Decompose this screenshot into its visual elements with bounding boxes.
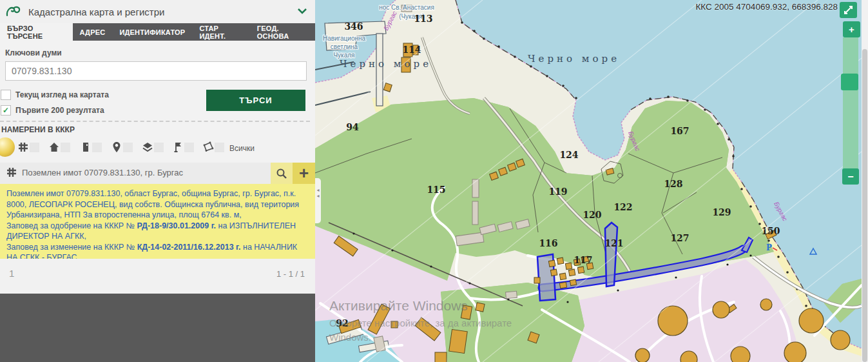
tab-geodetic-basis[interactable]: ГЕОД. ОСНОВА	[250, 23, 315, 41]
parcel-number: 94	[346, 122, 359, 132]
drag-sphere-icon[interactable]	[0, 137, 15, 157]
parcel-number: 114	[402, 45, 421, 55]
parcel-number: 117	[574, 255, 592, 265]
tab-old-identifier[interactable]: СТАР ИДЕНТ.	[192, 23, 249, 41]
first-200-checkbox[interactable]: ✓	[1, 105, 11, 116]
page-number[interactable]: 1	[9, 268, 14, 279]
panel-collapse-handle[interactable]: ◂◂	[315, 178, 321, 223]
windows-watermark-line3: Windows.	[329, 332, 371, 343]
search-sidebar: Кадастрална карта и регистри БЪРЗО ТЪРСЕ…	[0, 0, 315, 362]
divider	[0, 121, 310, 122]
tab-address[interactable]: АДРЕС	[73, 23, 113, 41]
parcel-number: 122	[613, 202, 632, 212]
sidebar-footer	[0, 294, 315, 362]
app-logo-icon	[5, 5, 22, 19]
tab-identifier[interactable]: ИДЕНТИФИКАТОР	[112, 23, 192, 41]
expand-icon	[844, 5, 853, 15]
parcel-number: 124	[559, 150, 578, 160]
parcel-number: 150	[761, 226, 780, 236]
parcel-number: 113	[414, 14, 432, 24]
zoom-slider-handle[interactable]	[841, 74, 858, 90]
result-grid-icon	[6, 166, 17, 178]
search-icon	[276, 168, 287, 179]
parcel-details: Поземлен имот 07079.831.130, област Бург…	[0, 184, 315, 259]
grid-icon[interactable]	[17, 141, 29, 154]
search-button[interactable]: ТЪРСИ	[206, 90, 305, 111]
result-locate-button[interactable]	[271, 163, 293, 184]
details-change-prefix: Заповед за изменение на КККР №	[6, 243, 137, 252]
details-approval-order: РД-18-9/30.01.2009 г.	[137, 221, 216, 230]
current-view-checkbox[interactable]	[1, 90, 11, 100]
all-filter-label[interactable]: Всички	[229, 144, 255, 153]
pagination-bar: 1 1 - 1 / 1	[0, 259, 315, 294]
parcel-number: 167	[670, 126, 689, 136]
nav-light-label-1: Навигационна	[323, 35, 366, 42]
parcel-number: 128	[664, 179, 682, 189]
windows-watermark-line2: Отворете настройките, за да активирате	[329, 317, 512, 328]
cape-label: нос Св. Анастасия	[379, 4, 434, 11]
parcel-number: 120	[583, 210, 601, 220]
building-filter-checkbox[interactable]	[92, 143, 102, 152]
parcel-number: 129	[712, 207, 731, 217]
keywords-label: Ключови думи	[5, 48, 62, 57]
house-filter-checkbox[interactable]	[61, 143, 70, 152]
parking-icon: P	[766, 243, 772, 252]
parcel-number: 115	[427, 185, 445, 195]
result-title[interactable]: Поземлен имот 07079.831.130, гр. Бургас	[22, 168, 183, 177]
parcel-number: 116	[539, 238, 557, 248]
zoom-in-button[interactable]: +	[843, 21, 860, 37]
parcel-number: 119	[548, 186, 567, 197]
pier-arm	[376, 34, 383, 106]
building-icon[interactable]	[80, 141, 92, 154]
sea-label-1: Черно море	[340, 58, 432, 70]
grid-filter-checkbox[interactable]	[30, 143, 39, 152]
sea-label-2: Черно море	[528, 53, 620, 65]
layers-filter-checkbox[interactable]	[154, 143, 164, 152]
page-range: 1 - 1 / 1	[276, 269, 305, 279]
pin-icon[interactable]	[111, 141, 122, 154]
polygon-icon[interactable]	[202, 141, 214, 154]
parcel-number: 346	[344, 21, 363, 32]
first-200-label: Първите 200 резултата	[15, 106, 104, 115]
current-view-label: Текущ изглед на картата	[15, 90, 109, 99]
polygon-filter-checkbox[interactable]	[215, 143, 224, 152]
details-change-order: КД-14-02-2011/16.12.2013 г.	[137, 243, 241, 252]
details-approval-prefix: Заповед за одобрение на КККР №	[6, 221, 137, 230]
zoom-slider-track[interactable]	[843, 37, 858, 173]
cadastral-app: P нос Св. Анастасия (Чукаля) Навигационн…	[0, 0, 868, 362]
parcel-number: 127	[670, 233, 689, 243]
layer-selector-label: Кадастрална карта и регистри	[28, 6, 164, 17]
keywords-input[interactable]	[5, 61, 307, 81]
zoom-out-button[interactable]: −	[842, 168, 859, 185]
results-section-title: НАМЕРЕНИ В КККР	[1, 125, 75, 134]
pin-filter-checkbox[interactable]	[123, 143, 133, 152]
nav-light-label-2: светлина	[331, 43, 358, 50]
details-line1: Поземлен имот 07079.831.130, област Бург…	[6, 189, 299, 219]
flag-filter-checkbox[interactable]	[184, 143, 194, 152]
flag-icon[interactable]	[172, 141, 184, 154]
search-tabs: БЪРЗО ТЪРСЕНЕ АДРЕС ИДЕНТИФИКАТОР СТАР И…	[0, 23, 315, 41]
windows-watermark-title: Активирайте Windows	[329, 298, 468, 314]
result-add-button[interactable]: +	[293, 163, 315, 184]
fullscreen-button[interactable]	[840, 2, 857, 18]
map-coordinates: ККС 2005 4704069.932, 668396.828	[670, 2, 838, 12]
layer-selector[interactable]: Кадастрална карта и регистри	[0, 0, 315, 24]
parcel-number: 121	[604, 238, 623, 248]
chevron-down-icon[interactable]	[297, 6, 307, 16]
layers-icon[interactable]	[142, 141, 153, 154]
page-scrollbar-thumb[interactable]	[862, 49, 867, 362]
tab-quick-search[interactable]: БЪРЗО ТЪРСЕНЕ	[0, 23, 73, 41]
house-icon[interactable]	[48, 141, 60, 154]
